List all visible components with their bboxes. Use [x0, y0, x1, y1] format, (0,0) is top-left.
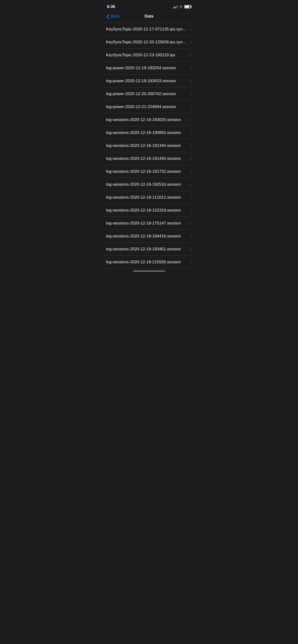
list-item[interactable]: log-sessions-2020-12-16-192516.session›	[102, 178, 196, 191]
list-item[interactable]: log-sessions-2020-12-18-111012.session›	[102, 191, 196, 204]
list-item[interactable]: log-sessions-2020-12-18-184416.session›	[102, 230, 196, 243]
chevron-right-icon: ›	[191, 260, 192, 264]
list-item[interactable]: log-power-2020-12-19-183433.session›	[102, 74, 196, 88]
chevron-right-icon: ›	[191, 130, 192, 135]
battery-icon	[184, 5, 191, 8]
list-item-label: KeySyncTopic-2020-12-17-071135.ips.synce…	[106, 27, 191, 32]
list-item-label: log-sessions-2020-12-18-175147.session	[106, 221, 191, 226]
nav-bar: ❮ Back Data	[102, 12, 196, 22]
list-item-label: log-power-2020-12-20-200742.session	[106, 92, 191, 96]
list-item-label: log-sessions-2020-12-16-183020.session	[106, 118, 191, 122]
list-item-label: log-sessions-2020-12-16-191344.session	[106, 143, 191, 148]
chevron-right-icon: ›	[191, 27, 192, 32]
list-item[interactable]: log-sessions-2020-12-18-152319.session›	[102, 204, 196, 217]
list-item-label: log-sessions-2020-12-18-184416.session	[106, 234, 191, 238]
list-item[interactable]: log-power-2020-12-21-224604.session›	[102, 100, 196, 113]
status-bar: 6:36	[102, 0, 196, 12]
chevron-right-icon: ›	[191, 66, 192, 70]
list-item[interactable]: log-sessions-2020-12-16-191440.session›	[102, 152, 196, 165]
list-item-label: log-sessions-2020-12-18-215556.session	[106, 260, 191, 264]
status-icons	[173, 5, 191, 8]
list-item[interactable]: log-sessions-2020-12-16-191732.session›	[102, 165, 196, 178]
list-item-label: log-sessions-2020-12-18-111012.session	[106, 195, 191, 200]
list-item-label: log-sessions-2020-12-16-191440.session	[106, 156, 191, 161]
wifi-icon	[179, 5, 183, 8]
list-item[interactable]: KeySyncTopic-2020-12-23-180120.ips›	[102, 49, 196, 62]
list-item-label: log-sessions-2020-12-16-192516.session	[106, 182, 191, 187]
list-item-label: log-power-2020-12-19-183254.session	[106, 66, 191, 70]
list-item-label: KeySyncTopic-2020-12-20-125636.ips.sync.…	[106, 40, 191, 44]
chevron-right-icon: ›	[191, 53, 192, 57]
list-item-label: log-sessions-2020-12-18-193451.session	[106, 247, 191, 252]
chevron-right-icon: ›	[191, 79, 192, 83]
file-list: KeySyncTopic-2020-12-17-071135.ips.synce…	[102, 22, 196, 268]
chevron-right-icon: ›	[191, 156, 192, 161]
back-button[interactable]: ❮ Back	[106, 14, 120, 19]
chevron-right-icon: ›	[191, 92, 192, 96]
list-item-label: log-sessions-2020-12-18-152319.session	[106, 208, 191, 213]
list-item[interactable]: log-sessions-2020-12-16-191344.session›	[102, 139, 196, 152]
list-item[interactable]: KeySyncTopic-2020-12-17-071135.ips.synce…	[102, 23, 196, 36]
chevron-right-icon: ›	[191, 105, 192, 109]
list-item-label: log-power-2020-12-21-224604.session	[106, 104, 191, 109]
back-label: Back	[111, 14, 120, 19]
list-item-label: KeySyncTopic-2020-12-23-180120.ips	[106, 53, 191, 58]
list-item[interactable]: log-sessions-2020-12-18-193451.session›	[102, 243, 196, 256]
home-indicator	[102, 268, 196, 273]
chevron-right-icon: ›	[191, 247, 192, 251]
chevron-right-icon: ›	[191, 40, 192, 44]
chevron-right-icon: ›	[191, 221, 192, 226]
list-item-label: log-sessions-2020-12-16-191732.session	[106, 169, 191, 174]
chevron-right-icon: ›	[191, 182, 192, 187]
list-item[interactable]: log-sessions-2020-12-18-215556.session›	[102, 256, 196, 268]
chevron-right-icon: ›	[191, 118, 192, 122]
signal-icon	[173, 5, 178, 8]
list-item[interactable]: log-sessions-2020-12-16-183020.session›	[102, 113, 196, 126]
chevron-right-icon: ›	[191, 208, 192, 212]
list-item[interactable]: log-sessions-2020-12-16-190850.session›	[102, 126, 196, 139]
chevron-right-icon: ›	[191, 234, 192, 238]
chevron-right-icon: ›	[191, 144, 192, 148]
status-time: 6:36	[107, 4, 115, 9]
list-item[interactable]: log-power-2020-12-20-200742.session›	[102, 88, 196, 100]
nav-title: Data	[145, 14, 154, 19]
list-item[interactable]: KeySyncTopic-2020-12-20-125636.ips.sync.…	[102, 36, 196, 49]
chevron-right-icon: ›	[191, 170, 192, 174]
home-bar	[133, 270, 165, 272]
list-item[interactable]: log-sessions-2020-12-18-175147.session›	[102, 217, 196, 230]
list-item-label: log-power-2020-12-19-183433.session	[106, 78, 191, 84]
back-chevron-icon: ❮	[106, 14, 110, 19]
chevron-right-icon: ›	[191, 195, 192, 200]
list-item-label: log-sessions-2020-12-16-190850.session	[106, 130, 191, 135]
list-item[interactable]: log-power-2020-12-19-183254.session›	[102, 62, 196, 74]
